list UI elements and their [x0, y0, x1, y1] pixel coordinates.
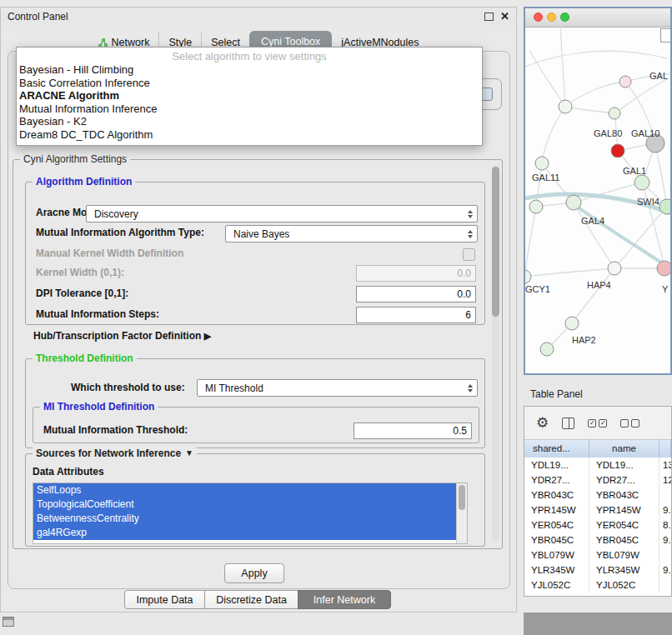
algorithm-option[interactable]: Basic Correlation Inference — [17, 77, 482, 90]
close-window-icon[interactable] — [534, 12, 543, 22]
network-node[interactable] — [634, 175, 649, 190]
control-panel-titlebar: Control Panel ✕ — [1, 8, 516, 26]
manual-kernel-label: Manual Kernel Width Definition — [36, 248, 183, 259]
tab-discretize-data[interactable]: Discretize Data — [204, 590, 298, 609]
mi-steps-label: Mutual Information Steps: — [36, 308, 159, 320]
chevron-down-icon[interactable]: ▼ — [185, 448, 193, 459]
columns-icon[interactable] — [562, 418, 574, 429]
algorithm-placeholder-option[interactable]: Select algorithm to view settings — [17, 49, 482, 63]
table-cell: YBL079W — [524, 548, 589, 562]
table-row[interactable]: YJL052CYJL052C — [524, 578, 671, 592]
table-header: shared... name — [524, 440, 671, 458]
data-attribute-item[interactable]: TopologicalCoefficient — [33, 498, 456, 512]
network-node[interactable] — [565, 317, 579, 330]
data-attributes-listbox: SelfLoopsTopologicalCoefficientBetweenne… — [33, 482, 468, 544]
table-cell: YPR145W — [524, 502, 589, 518]
which-threshold-select[interactable]: MI Threshold — [197, 379, 478, 397]
data-attribute-item[interactable]: SelfLoops — [33, 483, 456, 498]
table-cell: YBR043C — [524, 488, 589, 502]
network-edge — [560, 27, 565, 107]
table-cell: YDR27... — [589, 472, 659, 488]
table-cell: YDL19... — [524, 458, 589, 472]
column-header-shared-name[interactable]: shared... — [524, 440, 589, 458]
network-edge — [565, 107, 614, 113]
network-node[interactable] — [529, 200, 543, 213]
hub-definition-label: Hub/Transcription Factor Definition — [33, 330, 201, 342]
table-cell: YLR345W — [589, 562, 659, 578]
algorithm-option[interactable]: Bayesian - K2 — [17, 115, 482, 128]
kernel-width-field[interactable] — [356, 265, 476, 282]
aracne-mode-value: Discovery — [94, 208, 138, 220]
select-all-columns-icon[interactable] — [588, 419, 607, 428]
network-node[interactable] — [566, 195, 581, 210]
hub-definition-toggle[interactable]: Hub/Transcription Factor Definition ▶ — [33, 330, 211, 342]
node-label: GAL4 — [581, 216, 604, 226]
tab-impute-data[interactable]: Impute Data — [124, 590, 205, 609]
node-label: GAL10 — [631, 128, 659, 138]
minimized-panel-icon[interactable] — [3, 617, 14, 627]
attributes-scrollbar[interactable] — [456, 483, 467, 543]
node-label: GAL1 — [623, 166, 646, 176]
network-node[interactable] — [608, 262, 621, 275]
node-label: HAP2 — [572, 335, 596, 345]
node-label: SWI4 — [637, 197, 659, 207]
algorithm-option[interactable]: Bayesian - Hill Climbing — [17, 63, 482, 77]
settings-scrollbar-thumb[interactable] — [492, 167, 499, 317]
close-panel-icon[interactable]: ✕ — [500, 10, 509, 22]
node-label: GAL80 — [594, 128, 622, 138]
float-panel-icon[interactable] — [484, 12, 494, 21]
network-node[interactable] — [525, 270, 531, 283]
table-row[interactable]: YLR345WYLR345W9. — [524, 562, 671, 578]
table-row[interactable]: YBR045CYBR045C9. — [524, 532, 671, 548]
table-row[interactable]: YER054CYER054C8. — [524, 518, 671, 532]
deselect-all-columns-icon[interactable] — [620, 419, 639, 428]
table-toolbar: ⚙ — [524, 407, 671, 440]
mi-steps-field[interactable] — [356, 307, 476, 323]
aracne-mode-select[interactable]: Discovery — [86, 205, 478, 222]
zoom-window-icon[interactable] — [560, 12, 569, 22]
network-edge — [525, 51, 667, 67]
settings-scrollbar[interactable] — [492, 165, 499, 542]
manual-kernel-checkbox[interactable] — [463, 248, 475, 261]
table-row[interactable]: YDL19...YDL19...13 — [524, 458, 671, 472]
data-attribute-item[interactable]: BetweennessCentrality — [33, 512, 456, 526]
mi-threshold-field[interactable] — [354, 422, 472, 439]
table-row[interactable]: YBR043CYBR043C — [524, 488, 671, 502]
network-node[interactable] — [609, 108, 620, 119]
algorithm-option[interactable]: Mutual Information Inference — [17, 102, 482, 116]
table-row[interactable]: YPR145WYPR145W9. — [524, 502, 671, 518]
data-attribute-item[interactable]: gal4RGexp — [33, 526, 456, 540]
network-node[interactable] — [657, 261, 670, 276]
algorithm-definition-title: Algorithm Definition — [36, 176, 132, 188]
mi-threshold-definition-group: MI Threshold Definition Mutual Informati… — [33, 407, 479, 443]
tab-infer-network[interactable]: Infer Network — [298, 590, 391, 609]
sources-group-title: Sources for Network Inference — [36, 448, 181, 459]
column-header-extra[interactable] — [659, 440, 671, 458]
settings-group-title: Cyni Algorithm Settings — [23, 153, 127, 165]
table-row[interactable]: YBL079WYBL079W — [524, 548, 671, 562]
table-cell: 13 — [659, 458, 671, 472]
minimize-window-icon[interactable] — [547, 12, 556, 22]
network-svg[interactable]: GALGAL80GAL10GAL11GAL1SWI4GAL4GCY1HAP4YH… — [525, 27, 670, 373]
table-row[interactable]: YDR27...YDR27...12 — [524, 472, 671, 488]
algorithm-option[interactable]: Dream8 DC_TDC Algorithm — [17, 128, 482, 142]
screen: Control Panel ✕ Network Style Select Cyn… — [0, 0, 672, 635]
table-cell: YBL079W — [589, 548, 659, 562]
network-node[interactable] — [540, 342, 554, 356]
table-cell: YJL052C — [524, 578, 589, 592]
network-window-titlebar[interactable] — [525, 8, 670, 28]
attributes-scrollbar-thumb[interactable] — [459, 485, 465, 510]
network-node[interactable] — [619, 76, 631, 88]
node-label: Y — [662, 284, 669, 294]
gear-icon[interactable]: ⚙ — [536, 416, 549, 430]
dpi-tolerance-field[interactable] — [356, 286, 476, 302]
network-node[interactable] — [659, 199, 670, 214]
data-attributes-label: Data Attributes — [33, 466, 104, 478]
column-header-name[interactable]: name — [589, 440, 659, 458]
apply-button[interactable]: Apply — [224, 563, 284, 583]
algorithm-option[interactable]: ARACNE Algorithm — [17, 89, 482, 102]
network-node[interactable] — [559, 100, 572, 113]
network-node[interactable] — [611, 144, 624, 158]
mi-type-select[interactable]: Naive Bayes — [225, 225, 478, 242]
network-node[interactable] — [535, 157, 549, 170]
